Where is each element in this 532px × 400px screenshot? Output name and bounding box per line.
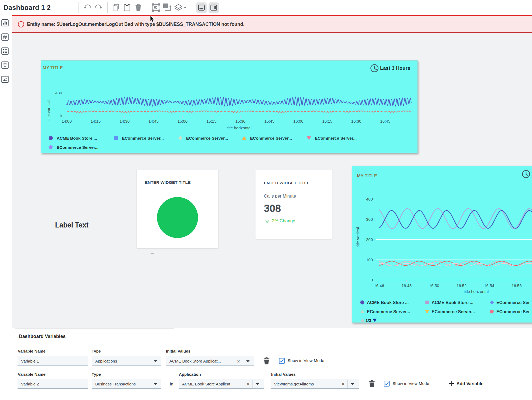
svg-text:300: 300 xyxy=(366,217,373,222)
svg-text:ECommerce Ser: ECommerce Ser xyxy=(496,300,530,305)
svg-text:16:45: 16:45 xyxy=(380,119,390,123)
svg-text:Last 3 Hours: Last 3 Hours xyxy=(380,65,410,71)
svg-text:ECommerce Server...: ECommerce Server... xyxy=(315,136,357,140)
svg-text:16:46: 16:46 xyxy=(374,283,384,288)
svg-text:1/2: 1/2 xyxy=(366,318,371,323)
svg-text:15:30: 15:30 xyxy=(235,119,245,123)
svg-text:15:00: 15:00 xyxy=(178,119,188,123)
svg-text:16:52: 16:52 xyxy=(456,283,467,288)
svg-text:16:50: 16:50 xyxy=(429,283,439,288)
svg-text:400: 400 xyxy=(366,197,373,201)
svg-text:480: 480 xyxy=(55,91,62,95)
svg-text:14:00: 14:00 xyxy=(62,119,72,123)
svg-text:ECommerce Server...: ECommerce Server... xyxy=(432,309,475,314)
svg-text:0: 0 xyxy=(60,113,62,118)
svg-text:ACME Book Store ...: ACME Book Store ... xyxy=(57,136,97,140)
svg-text:MY TITLE: MY TITLE xyxy=(43,65,63,70)
svg-text:16:48: 16:48 xyxy=(401,283,412,288)
svg-text:16:54: 16:54 xyxy=(484,283,494,288)
svg-text:title vertical: title vertical xyxy=(46,100,51,120)
svg-text:100: 100 xyxy=(366,257,373,262)
svg-text:title horizontal: title horizontal xyxy=(227,126,252,130)
svg-text:0: 0 xyxy=(371,278,373,282)
svg-text:15:15: 15:15 xyxy=(206,119,217,123)
svg-text:ECommerce Server...: ECommerce Server... xyxy=(186,136,228,140)
svg-text:200: 200 xyxy=(366,237,373,242)
svg-text:ECommerce Server...: ECommerce Server... xyxy=(250,136,292,140)
svg-text:MY TITLE: MY TITLE xyxy=(357,173,377,178)
svg-text:ACME Book Store ...: ACME Book Store ... xyxy=(432,300,473,305)
svg-text:ACME Book Store ...: ACME Book Store ... xyxy=(367,300,409,305)
svg-text:16:56: 16:56 xyxy=(511,283,522,288)
svg-text:ECommerce Server...: ECommerce Server... xyxy=(122,136,164,140)
svg-text:14:15: 14:15 xyxy=(91,119,101,123)
svg-text:16:00: 16:00 xyxy=(293,119,303,123)
svg-text:ECommerce Ser: ECommerce Ser xyxy=(496,309,530,314)
svg-text:14:45: 14:45 xyxy=(148,119,159,123)
svg-text:title horizontal: title horizontal xyxy=(464,289,489,294)
svg-text:title vertical: title vertical xyxy=(356,227,360,247)
svg-text:15:45: 15:45 xyxy=(264,119,275,123)
svg-text:ECommerce Server...: ECommerce Server... xyxy=(57,145,98,150)
svg-text:14:30: 14:30 xyxy=(120,119,130,123)
svg-text:ECommerce Server...: ECommerce Server... xyxy=(367,309,410,314)
svg-text:16:15: 16:15 xyxy=(322,119,332,123)
svg-text:16:30: 16:30 xyxy=(351,119,362,123)
